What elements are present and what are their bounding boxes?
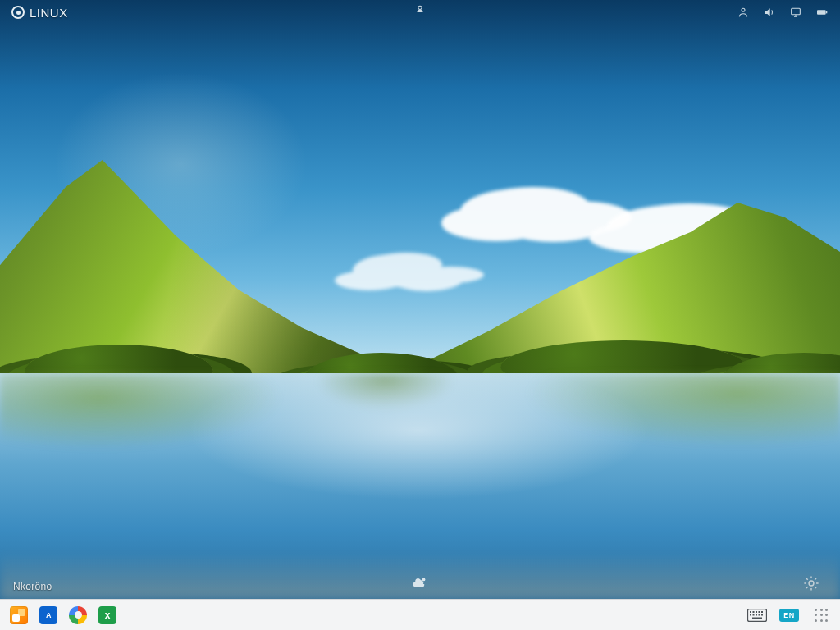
files-app[interactable]	[8, 605, 30, 626]
svg-rect-4	[826, 11, 827, 14]
user-icon[interactable]	[737, 6, 750, 19]
desktop-wallpaper: Nkoröno Linux	[0, 0, 840, 630]
word-processor-app[interactable]: A	[38, 605, 59, 626]
top-panel: Linux	[0, 0, 840, 25]
watermark-text: Nkoröno	[13, 581, 52, 592]
svg-rect-11	[759, 611, 760, 613]
svg-rect-17	[761, 614, 763, 615]
os-logo-icon	[11, 6, 25, 19]
svg-rect-16	[759, 614, 760, 615]
svg-point-0	[418, 6, 422, 9]
svg-point-1	[742, 8, 745, 11]
svg-rect-2	[792, 8, 801, 14]
os-name: Linux	[30, 6, 68, 20]
system-indicator-icon[interactable]	[413, 3, 427, 16]
launcher-icon[interactable]	[411, 574, 429, 592]
language-badge[interactable]: EN	[779, 609, 799, 622]
svg-rect-13	[750, 614, 751, 615]
svg-rect-10	[756, 611, 757, 613]
os-brand[interactable]: Linux	[11, 6, 68, 20]
app-grid-icon[interactable]	[810, 605, 832, 626]
spreadsheet-icon: x	[98, 606, 116, 624]
svg-rect-9	[753, 611, 755, 613]
browser-app[interactable]	[67, 605, 89, 626]
files-icon	[10, 606, 28, 624]
svg-rect-3	[817, 10, 826, 14]
taskbar-pinned-apps: A x	[8, 605, 118, 626]
svg-point-6	[809, 581, 814, 586]
system-tray	[737, 6, 829, 19]
keyboard-icon[interactable]	[746, 605, 768, 626]
spreadsheet-app[interactable]: x	[97, 605, 118, 626]
svg-rect-8	[750, 611, 751, 613]
svg-point-5	[422, 578, 426, 582]
taskbar-status: EN	[746, 605, 832, 626]
battery-icon[interactable]	[815, 6, 829, 19]
cloud	[459, 189, 582, 238]
word-processor-icon: A	[39, 606, 57, 624]
svg-rect-14	[753, 614, 755, 615]
volume-icon[interactable]	[763, 6, 776, 19]
taskbar: A x	[0, 599, 840, 630]
cloud	[353, 254, 435, 287]
browser-icon	[69, 606, 87, 624]
svg-rect-18	[752, 617, 762, 619]
settings-icon[interactable]	[802, 574, 820, 592]
network-icon[interactable]	[789, 6, 802, 19]
svg-rect-12	[761, 611, 763, 613]
svg-rect-15	[756, 614, 757, 615]
app-grid-dots	[813, 607, 829, 623]
